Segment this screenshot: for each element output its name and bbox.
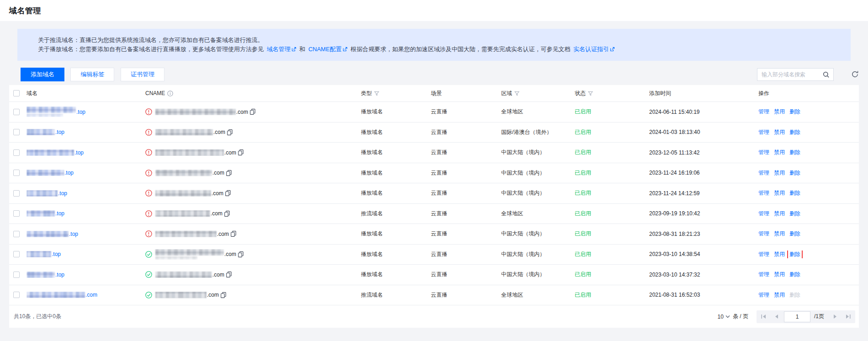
copy-icon[interactable]	[226, 170, 232, 176]
delete-link[interactable]: 删除	[789, 230, 800, 238]
delete-link[interactable]: 删除	[789, 189, 800, 197]
first-page-button[interactable]	[757, 310, 770, 323]
page-header: 域名管理	[0, 0, 868, 21]
status-badge-cell: 已启用	[575, 230, 649, 238]
row-checkbox[interactable]	[13, 190, 20, 197]
real-name-guide-link[interactable]: 实名认证指引	[573, 46, 615, 53]
row-checkbox[interactable]	[13, 292, 20, 298]
manage-link[interactable]: 管理	[758, 149, 769, 156]
disable-link[interactable]: 禁用	[774, 250, 785, 258]
filter-icon-region[interactable]	[514, 91, 519, 96]
copy-icon[interactable]	[250, 109, 255, 115]
manage-link[interactable]: 管理	[758, 108, 769, 116]
domain-suffix: .top	[69, 231, 78, 237]
row-checkbox[interactable]	[13, 109, 20, 115]
disable-link[interactable]: 禁用	[774, 210, 785, 218]
pagination-bar: 共10条，已选中0条 10 条 / 页 /1页	[9, 305, 859, 328]
refresh-icon[interactable]	[851, 70, 859, 80]
page-input[interactable]	[784, 311, 810, 322]
delete-link[interactable]: 删除	[789, 251, 800, 257]
add-domain-button[interactable]: 添加域名	[21, 68, 64, 81]
delete-link[interactable]: 删除	[789, 108, 800, 116]
filter-icon-type[interactable]	[374, 91, 379, 96]
edit-tags-button[interactable]: 编辑标签	[70, 68, 114, 81]
disable-link[interactable]: 禁用	[774, 108, 785, 116]
row-checkbox[interactable]	[13, 129, 20, 135]
cname-suffix: .com	[213, 129, 225, 135]
cname-suffix: .com	[212, 170, 224, 176]
manage-link[interactable]: 管理	[758, 169, 769, 177]
info-icon[interactable]	[167, 91, 173, 96]
delete-link[interactable]: 删除	[789, 169, 800, 177]
manage-link[interactable]: 管理	[758, 189, 769, 197]
domain-link[interactable]: .top	[26, 210, 64, 217]
domain-redacted	[26, 251, 51, 257]
delete-link[interactable]: 删除	[789, 210, 800, 218]
filter-icon-status[interactable]	[588, 91, 593, 96]
disable-link[interactable]: 禁用	[774, 271, 785, 278]
manage-link[interactable]: 管理	[758, 271, 769, 278]
region: 中国大陆（境内）	[501, 149, 545, 156]
manage-link[interactable]: 管理	[758, 128, 769, 136]
external-link-icon	[291, 47, 296, 52]
col-header-cname: CNAME	[145, 90, 361, 96]
cname-mosaic	[155, 190, 211, 197]
domain-link[interactable]: .top	[26, 107, 85, 117]
disable-link[interactable]: 禁用	[774, 128, 785, 136]
domain-mosaic	[26, 210, 55, 217]
page-size-select[interactable]: 10	[718, 314, 730, 320]
domain-link[interactable]: .com	[26, 292, 97, 298]
region: 全球地区	[501, 291, 523, 299]
manage-link[interactable]: 管理	[758, 210, 769, 218]
row-checkbox[interactable]	[13, 210, 20, 217]
copy-icon[interactable]	[238, 251, 243, 257]
search-icon[interactable]	[823, 71, 830, 78]
last-page-button[interactable]	[842, 310, 854, 323]
domain-link[interactable]: .top	[26, 149, 84, 156]
domain-type-cell: 播放域名	[361, 169, 431, 177]
copy-icon[interactable]	[226, 272, 232, 277]
table-header-row: 域名 CNAME 类型 场景 区域 状态 添加时间 操作	[9, 85, 859, 101]
domain-type-cell: 播放域名	[361, 250, 431, 258]
domain-link[interactable]: .top	[26, 251, 61, 257]
domain-link[interactable]: .top	[26, 129, 64, 135]
delete-link[interactable]: 删除	[789, 149, 800, 156]
next-page-button[interactable]	[829, 310, 842, 323]
added-time: 2024-01-03 18:13:40	[649, 129, 700, 135]
row-checkbox[interactable]	[13, 170, 20, 176]
domain-type: 播放域名	[361, 189, 383, 197]
copy-icon[interactable]	[231, 231, 236, 237]
status-badge: 已启用	[575, 291, 591, 299]
row-checkbox[interactable]	[13, 149, 20, 156]
copy-icon[interactable]	[238, 149, 243, 155]
domain-link[interactable]: .top	[26, 231, 78, 237]
added-time-cell: 2023-03-10 14:37:32	[649, 272, 758, 278]
manage-link[interactable]: 管理	[758, 230, 769, 238]
row-checkbox[interactable]	[13, 251, 20, 257]
disable-link[interactable]: 禁用	[774, 291, 785, 299]
disable-link[interactable]: 禁用	[774, 149, 785, 156]
domain-link[interactable]: .top	[26, 190, 67, 197]
domain-link[interactable]: .top	[26, 170, 74, 176]
manage-link[interactable]: 管理	[758, 291, 769, 299]
disable-link[interactable]: 禁用	[774, 189, 785, 197]
cname-config-link[interactable]: CNAME配置	[308, 46, 348, 53]
disable-link[interactable]: 禁用	[774, 169, 785, 177]
delete-link[interactable]: 删除	[789, 271, 800, 278]
copy-icon[interactable]	[221, 292, 226, 298]
manage-link[interactable]: 管理	[758, 250, 769, 258]
domain-link[interactable]: .top	[26, 272, 64, 278]
copy-icon[interactable]	[227, 129, 233, 135]
prev-page-button[interactable]	[770, 310, 783, 323]
domain-management-link[interactable]: 域名管理	[267, 46, 296, 53]
select-all-checkbox[interactable]	[13, 90, 20, 96]
copy-icon[interactable]	[225, 190, 231, 196]
search-input[interactable]	[757, 69, 816, 80]
delete-link[interactable]: 删除	[789, 128, 800, 136]
domain-table: 域名 CNAME 类型 场景 区域 状态 添加时间 操作 .top.com播放域…	[9, 85, 859, 328]
row-checkbox[interactable]	[13, 272, 20, 278]
cert-management-button[interactable]: 证书管理	[121, 68, 164, 81]
disable-link[interactable]: 禁用	[774, 230, 785, 238]
copy-icon[interactable]	[224, 211, 230, 217]
row-checkbox[interactable]	[13, 231, 20, 237]
